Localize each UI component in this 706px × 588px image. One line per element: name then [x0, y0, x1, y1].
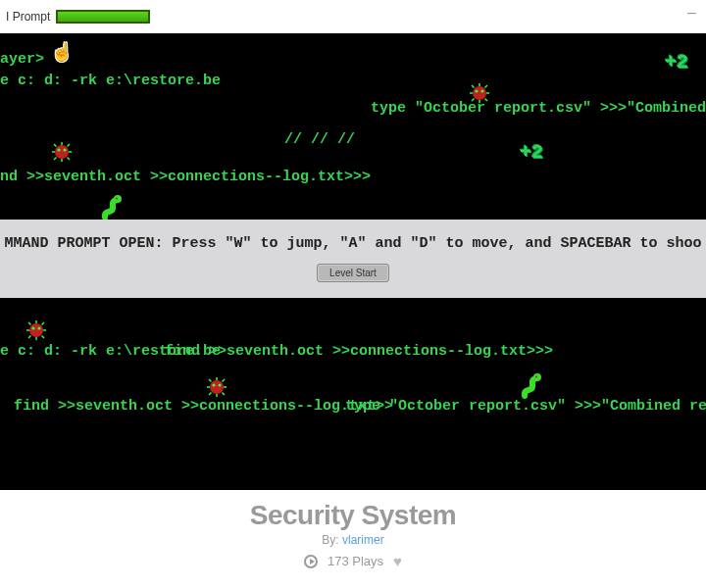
- score-popup: +2: [665, 51, 688, 74]
- svg-point-23: [31, 326, 34, 329]
- window-minimize-button[interactable]: –: [687, 4, 696, 22]
- window-title: I Prompt: [6, 10, 50, 24]
- svg-point-1: [475, 89, 478, 92]
- svg-line-19: [68, 144, 71, 147]
- cursor-icon: ☝: [51, 41, 73, 63]
- heart-icon[interactable]: ♥: [393, 553, 402, 569]
- author-link[interactable]: vlarimer: [342, 533, 384, 547]
- svg-point-2: [480, 89, 483, 92]
- level-start-button[interactable]: Level Start: [317, 264, 389, 282]
- health-bar: [56, 10, 150, 24]
- svg-point-22: [29, 323, 43, 337]
- svg-line-21: [68, 158, 71, 161]
- svg-point-24: [37, 326, 40, 329]
- svg-point-13: [63, 148, 66, 151]
- score-popup: +2: [520, 141, 543, 164]
- virus-enemy-icon: [25, 319, 47, 341]
- svg-line-7: [472, 85, 475, 88]
- virus-enemy-icon: [51, 141, 73, 163]
- svg-point-12: [57, 148, 60, 151]
- instruction-overlay: MMAND PROMPT OPEN: Press "W" to jump, "A…: [0, 220, 706, 298]
- terminal-line: ayer>: [0, 51, 44, 68]
- svg-line-42: [209, 393, 212, 396]
- svg-point-33: [210, 380, 224, 394]
- svg-point-34: [212, 383, 215, 386]
- worm-enemy-icon: [520, 372, 543, 400]
- game-title: Security System: [0, 500, 706, 531]
- terminal-line: type "October report.csv" >>>"Combined r…: [371, 100, 706, 117]
- terminal-line: type "October report.csv" >>>"Combined r…: [345, 398, 706, 415]
- game-stats: 173 Plays ♥: [0, 553, 706, 569]
- virus-enemy-icon: [206, 376, 227, 398]
- svg-line-9: [472, 99, 475, 102]
- svg-line-18: [54, 144, 57, 147]
- svg-point-11: [55, 145, 69, 159]
- game-viewport[interactable]: ☝ ayer> e c: d: -rk e:\restore.be type "…: [0, 33, 706, 490]
- svg-line-20: [54, 158, 57, 161]
- svg-line-29: [28, 322, 31, 325]
- plays-count: 173 Plays: [328, 554, 383, 568]
- window-titlebar: I Prompt –: [0, 0, 706, 33]
- game-byline: By: vlarimer: [0, 533, 706, 547]
- svg-point-47: [535, 376, 537, 378]
- svg-line-10: [485, 99, 488, 102]
- svg-point-0: [473, 86, 486, 100]
- terminal-line: find >>seventh.oct >>connections--log.tx…: [14, 398, 393, 415]
- svg-line-8: [485, 85, 488, 88]
- terminal-line: find >>seventh.oct >>connections--log.tx…: [165, 343, 553, 360]
- by-prefix: By:: [322, 533, 338, 547]
- svg-line-40: [209, 379, 212, 382]
- instruction-text: MMAND PROMPT OPEN: Press "W" to jump, "A…: [4, 235, 701, 252]
- svg-line-41: [223, 379, 226, 382]
- svg-line-30: [42, 322, 45, 325]
- svg-point-35: [218, 383, 221, 386]
- svg-line-43: [223, 393, 226, 396]
- terminal-line: // // //: [284, 131, 355, 148]
- svg-point-44: [114, 195, 122, 203]
- svg-line-31: [28, 336, 31, 339]
- game-meta: Security System By: vlarimer 173 Plays ♥: [0, 490, 706, 569]
- virus-enemy-icon: [469, 82, 490, 104]
- terminal-line: e c: d: -rk e:\restore.be: [0, 73, 221, 89]
- svg-point-46: [533, 373, 541, 381]
- worm-enemy-icon: [100, 194, 124, 221]
- terminal-line: nd >>seventh.oct >>connections--log.txt>…: [0, 169, 371, 185]
- plays-icon: [304, 555, 318, 568]
- svg-line-32: [42, 336, 45, 339]
- svg-point-45: [116, 198, 118, 200]
